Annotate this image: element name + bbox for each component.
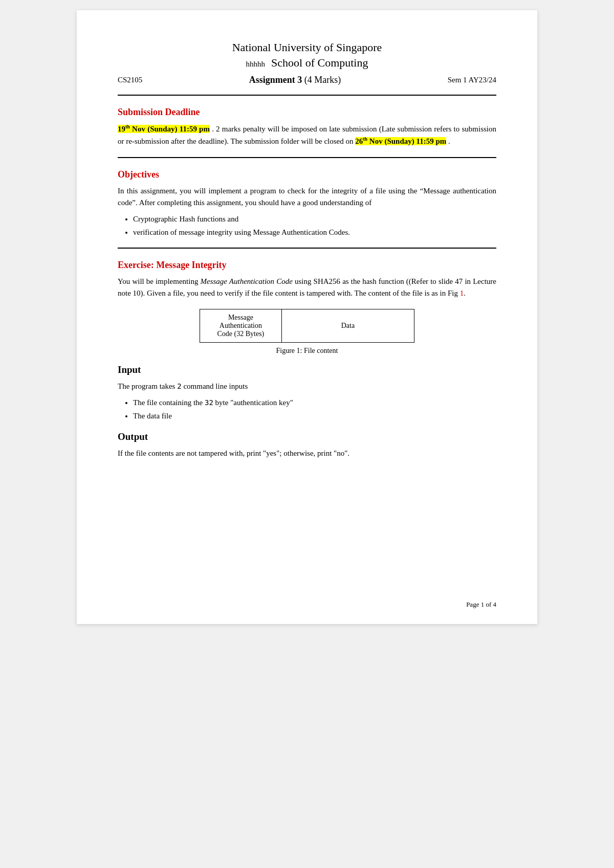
input-title: Input [118, 364, 496, 375]
exercise-body: You will be implementing Message Authent… [118, 276, 496, 300]
input-list: The file containing the 32 byte "authent… [133, 396, 496, 422]
hhhhh-text: hhhhh [246, 60, 266, 69]
list-item: verification of message integrity using … [133, 226, 496, 238]
deadline-highlight: 19th Nov (Sunday) 11:59 pm [118, 125, 210, 133]
submission-section: Submission Deadline 19th Nov (Sunday) 11… [118, 107, 496, 148]
objectives-body: In this assignment, you will implement a… [118, 185, 496, 209]
list-item: Cryptographic Hash functions and [133, 213, 496, 225]
exercise-divider [118, 248, 496, 249]
university-name: National University of Singapore [118, 41, 496, 54]
deadline2-highlight: 26th Nov (Sunday) 11:59 pm [355, 137, 446, 145]
output-section: Output If the file contents are not tamp… [118, 431, 496, 459]
school-row: hhhhh School of Computing [118, 56, 496, 70]
exercise-title: Exercise: Message Integrity [118, 260, 496, 271]
list-item: The data file [133, 410, 496, 422]
mac-cell: Message Authentication Code (32 Bytes) [200, 309, 282, 342]
input-num32: 32 [205, 398, 213, 407]
school-name: School of Computing [271, 56, 368, 70]
header: National University of Singapore hhhhh S… [118, 41, 496, 85]
output-body: If the file contents are not tampered wi… [118, 448, 496, 459]
assignment-title: Assignment 3 (4 Marks) [249, 75, 341, 85]
output-title: Output [118, 431, 496, 442]
table-row: Message Authentication Code (32 Bytes) D… [200, 309, 414, 342]
page-number: Page 1 of 4 [466, 600, 496, 609]
input-text1: The program takes [118, 382, 177, 390]
submission-title: Submission Deadline [118, 107, 496, 118]
objectives-divider [118, 157, 496, 158]
file-content-table: Message Authentication Code (32 Bytes) D… [200, 309, 414, 343]
input-text2: command line inputs [182, 382, 248, 390]
sup-th2: th [363, 136, 367, 142]
mac-label2: Code (32 Bytes) [217, 330, 265, 338]
list-item: The file containing the 32 byte "authent… [133, 396, 496, 409]
exercise-text3: . [464, 289, 466, 297]
data-cell: Data [281, 309, 414, 342]
header-meta: CS2105 Assignment 3 (4 Marks) Sem 1 AY23… [118, 75, 496, 85]
submission-body: 19th Nov (Sunday) 11:59 pm . 2 marks pen… [118, 123, 496, 148]
mac-label1: Message Authentication [220, 314, 262, 329]
marks-label: (4 Marks) [304, 75, 341, 85]
semester-label: Sem 1 AY23/24 [448, 76, 496, 84]
submission-text2: . [446, 137, 450, 145]
exercise-text1: You will be implementing [118, 277, 201, 285]
objectives-section: Objectives In this assignment, you will … [118, 169, 496, 239]
input-body: The program takes 2 command line inputs [118, 381, 496, 392]
header-divider [118, 95, 496, 96]
input-num2: 2 [177, 382, 181, 390]
objectives-list: Cryptographic Hash functions and verific… [133, 213, 496, 238]
page: National University of Singapore hhhhh S… [77, 10, 537, 624]
exercise-italic: Message Authentication Code [201, 277, 293, 285]
objectives-title: Objectives [118, 169, 496, 180]
course-code: CS2105 [118, 76, 142, 84]
input-section: Input The program takes 2 command line i… [118, 364, 496, 422]
sup-th1: th [125, 124, 130, 129]
figure-caption: Figure 1: File content [276, 347, 338, 355]
exercise-section: Exercise: Message Integrity You will be … [118, 260, 496, 355]
figure-container: Message Authentication Code (32 Bytes) D… [118, 309, 496, 355]
